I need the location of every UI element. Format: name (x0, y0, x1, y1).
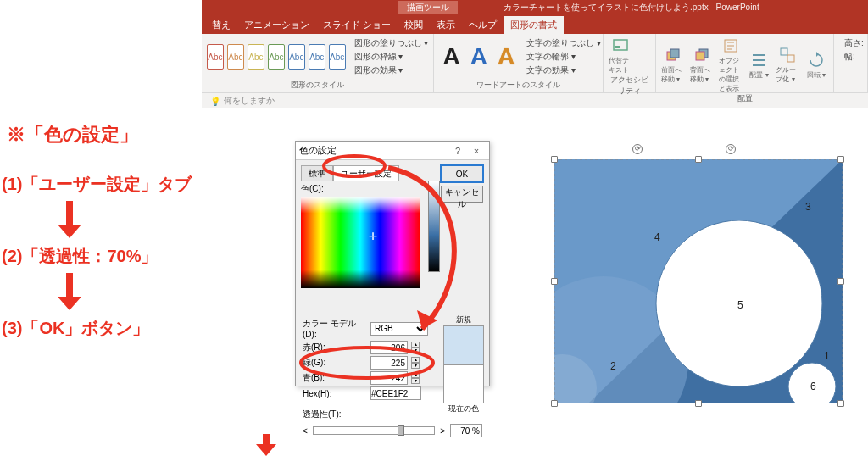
new-color-swatch (443, 325, 484, 364)
blue-label: 青(B): (303, 372, 367, 384)
transparency-slider[interactable] (313, 426, 435, 435)
send-backward-button[interactable]: 背面へ移動 ▾ (690, 47, 714, 84)
resize-handle[interactable] (837, 400, 844, 407)
color-picker-field[interactable]: ✛ (301, 197, 420, 288)
colors-label: 色(C): (301, 183, 435, 195)
color-model-label: カラー モデル(D): (303, 318, 367, 339)
down-arrow-icon (254, 434, 278, 456)
transparency-decrease[interactable]: < (303, 426, 308, 436)
group-button[interactable]: グループ化 ▾ (776, 47, 799, 84)
spinner-up-icon[interactable]: ▴ (411, 372, 420, 378)
dialog-title-bar[interactable]: 色の設定 ? × (296, 142, 489, 160)
tab-custom[interactable]: ユーザー設定 (333, 165, 399, 181)
group-shape-styles: Abc Abc Abc Abc Abc Abc Abc 図形の塗りつぶし ▾ 図… (202, 34, 434, 92)
ribbon-commands: Abc Abc Abc Abc Abc Abc Abc 図形の塗りつぶし ▾ 図… (202, 34, 868, 93)
bring-forward-button[interactable]: 前面へ移動 ▾ (661, 47, 685, 84)
colors-dialog: 色の設定 ? × 標準 ユーザー設定 色(C): ✛ OK キャンセル カラー … (295, 141, 490, 386)
hex-input[interactable] (370, 386, 421, 400)
wordart-preset[interactable]: A (467, 43, 491, 70)
svg-rect-0 (614, 40, 627, 50)
tab-review[interactable]: 校閲 (398, 16, 430, 34)
spinner-down-icon[interactable]: ▾ (411, 363, 420, 369)
close-button[interactable]: × (467, 146, 486, 156)
spinner-up-icon[interactable]: ▴ (411, 357, 420, 363)
shape-number: 4 (654, 231, 660, 243)
height-label: 高さ: (844, 37, 862, 49)
bulb-icon: 💡 (210, 97, 220, 106)
alt-text-button[interactable]: 代替テキスト (609, 37, 632, 75)
shape-style-preset[interactable]: Abc (309, 44, 326, 70)
group-label: アクセシビリティ (609, 75, 650, 98)
current-color-label: 現在の色 (443, 403, 484, 414)
text-effects-menu[interactable]: 文字の効果 ▾ (526, 64, 601, 76)
group-label: ワードアートのスタイル (439, 80, 598, 92)
shape-effects-menu[interactable]: 図形の効果 ▾ (354, 64, 429, 76)
group-size: 高さ: 幅: (834, 34, 868, 92)
cancel-button[interactable]: キャンセル (441, 186, 483, 203)
resize-handle[interactable] (837, 278, 844, 285)
luminance-slider[interactable] (428, 181, 440, 272)
wordart-preset[interactable]: A (439, 43, 463, 70)
blue-input[interactable] (370, 371, 408, 385)
shape-fill-menu[interactable]: 図形の塗りつぶし ▾ (354, 37, 429, 49)
shape-style-preset[interactable]: Abc (288, 44, 305, 70)
transparency-increase[interactable]: > (440, 426, 445, 436)
file-name: カラーチャートを使ってイラストに色付けしよう.pptx - PowerPoint (504, 2, 760, 14)
tab-animations[interactable]: アニメーション (237, 16, 316, 34)
spinner-up-icon[interactable]: ▴ (411, 342, 420, 348)
svg-rect-5 (696, 52, 704, 60)
resize-handle[interactable] (695, 156, 702, 163)
tab-slideshow[interactable]: スライド ショー (316, 16, 398, 34)
shape-style-gallery[interactable]: Abc Abc Abc Abc Abc Abc Abc 図形の塗りつぶし ▾ 図… (207, 37, 428, 76)
tab-shape-format[interactable]: 図形の書式 (504, 16, 564, 34)
down-arrow-icon (53, 201, 86, 240)
shape-style-preset[interactable]: Abc (329, 44, 346, 70)
align-button[interactable]: 配置 ▾ (747, 52, 771, 80)
tab-help[interactable]: ヘルプ (462, 16, 504, 34)
tab-view[interactable]: 表示 (430, 16, 462, 34)
slide-canvas[interactable]: ⟳ ⟳ 1 2 3 4 5 6 (539, 154, 861, 419)
picker-crosshair-icon: ✛ (369, 231, 377, 239)
text-fill-menu[interactable]: 文字の塗りつぶし ▾ (526, 37, 601, 49)
text-outline-menu[interactable]: 文字の輪郭 ▾ (526, 51, 601, 63)
shape-number: 3 (805, 201, 811, 213)
transparency-input[interactable] (450, 424, 482, 437)
shape-outline-menu[interactable]: 図形の枠線 ▾ (354, 51, 429, 63)
ok-button[interactable]: OK (441, 165, 483, 182)
spinner-down-icon[interactable]: ▾ (411, 348, 420, 353)
resize-handle[interactable] (551, 400, 558, 407)
svg-rect-1 (615, 46, 620, 48)
rotate-handle[interactable]: ⟳ (632, 144, 643, 154)
tab-transitions-partial[interactable]: 替え (205, 16, 237, 34)
shape-style-preset[interactable]: Abc (248, 44, 264, 70)
spinner-down-icon[interactable]: ▾ (411, 378, 420, 384)
red-label: 赤(R): (303, 342, 367, 353)
wordart-preset[interactable]: A (494, 43, 518, 70)
shape-style-preset[interactable]: Abc (207, 44, 224, 70)
resize-handle[interactable] (551, 156, 558, 163)
shape-style-preset[interactable]: Abc (227, 44, 244, 70)
group-accessibility: 代替テキスト アクセシビリティ (604, 34, 656, 92)
selected-shapes-group[interactable]: 1 2 3 4 5 6 (554, 159, 843, 403)
selection-pane-button[interactable]: オブジェクトの選択と表示 (719, 37, 743, 93)
drawing-tools-label: 描画ツール (398, 1, 458, 14)
resize-handle[interactable] (695, 400, 702, 407)
new-color-label: 新規 (443, 314, 484, 325)
help-button[interactable]: ? (448, 146, 467, 156)
width-label: 幅: (844, 51, 862, 63)
hex-label: Hex(H): (303, 389, 367, 398)
instruction-step-3: (3)「OK」ボタン」 (0, 312, 237, 345)
rotate-handle[interactable]: ⟳ (726, 144, 736, 154)
green-input[interactable] (370, 356, 408, 370)
tab-standard[interactable]: 標準 (301, 165, 333, 181)
shape-style-preset[interactable]: Abc (268, 44, 285, 70)
instruction-step-1: (1)「ユーザー設定」タブ (0, 168, 237, 201)
rotate-button[interactable]: 回転 ▾ (804, 52, 828, 80)
resize-handle[interactable] (837, 156, 844, 163)
shape-number: 2 (610, 360, 616, 372)
group-label: 図形のスタイル (207, 80, 428, 92)
resize-handle[interactable] (551, 278, 558, 285)
wordart-gallery[interactable]: A A A 文字の塗りつぶし ▾ 文字の輪郭 ▾ 文字の効果 ▾ (439, 37, 598, 76)
color-model-select[interactable]: RGB (370, 322, 428, 336)
red-input[interactable] (370, 341, 408, 354)
